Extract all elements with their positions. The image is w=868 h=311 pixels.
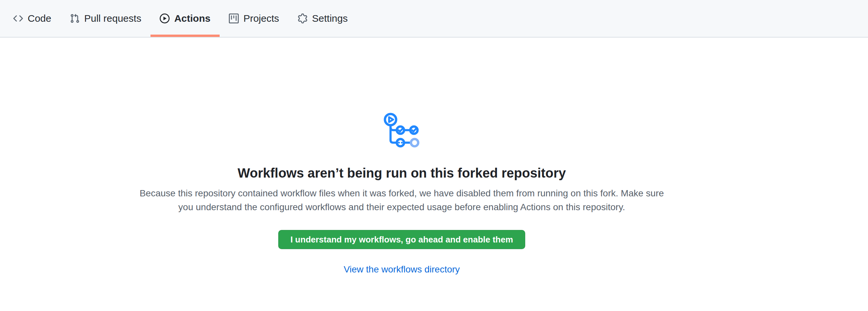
repo-tab-nav: Code Pull requests Actions Projects Sett… — [0, 0, 868, 37]
tab-label: Code — [28, 13, 51, 23]
tab-label: Pull requests — [84, 13, 141, 23]
actions-disabled-blankslate: Workflows aren’t being run on this forke… — [0, 37, 803, 275]
play-icon — [160, 13, 169, 23]
tab-settings[interactable]: Settings — [288, 0, 357, 37]
tab-label: Projects — [243, 13, 279, 23]
workflow-illustration-icon — [383, 113, 420, 148]
tab-label: Actions — [174, 13, 210, 23]
project-icon — [229, 13, 239, 23]
view-workflows-directory-link[interactable]: View the workflows directory — [0, 264, 803, 275]
git-pull-request-icon — [70, 13, 80, 23]
tab-label: Settings — [312, 13, 348, 23]
code-icon — [13, 13, 23, 23]
gear-icon — [298, 13, 308, 23]
blankslate-description: Because this repository contained workfl… — [135, 186, 669, 214]
tab-actions[interactable]: Actions — [151, 0, 220, 37]
enable-workflows-button[interactable]: I understand my workflows, go ahead and … — [278, 230, 525, 249]
tab-code[interactable]: Code — [4, 0, 61, 37]
tab-pull-requests[interactable]: Pull requests — [61, 0, 151, 37]
blankslate-title: Workflows aren’t being run on this forke… — [0, 165, 803, 181]
tab-projects[interactable]: Projects — [220, 0, 288, 37]
